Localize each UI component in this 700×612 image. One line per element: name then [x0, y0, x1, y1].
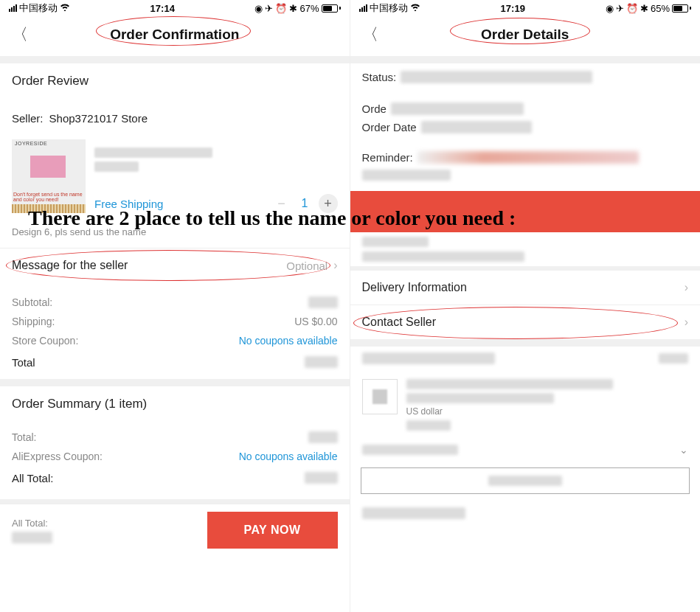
blurred-text: [659, 353, 688, 364]
thumb-note: Don't forget send us the name and color …: [13, 192, 84, 203]
seller-name: Shop3721017 Store: [49, 112, 148, 125]
seller-row: Seller: Shop3721017 Store: [0, 102, 350, 135]
contact-seller-label: Contact Seller: [362, 316, 437, 329]
action-button[interactable]: [361, 467, 690, 494]
page-title: Order Confirmation: [110, 27, 239, 43]
pay-bar: All Total: PAY NOW: [0, 504, 350, 556]
contact-seller-row[interactable]: Contact Seller ›: [350, 305, 701, 339]
page-title: Order Details: [481, 27, 569, 43]
blurred-value: [391, 102, 524, 115]
divider: [350, 339, 701, 347]
order-row: Orde: [350, 100, 701, 118]
blurred-text: [94, 161, 139, 172]
summary-title: Order Summary (1 item): [12, 397, 338, 411]
lock-icon: ◉: [254, 3, 263, 14]
delivery-info-row[interactable]: Delivery Information ›: [350, 271, 701, 305]
total-row: Total: [0, 350, 350, 379]
message-seller-label: Message for the seller: [12, 259, 128, 272]
back-button[interactable]: 〈: [362, 24, 378, 46]
order-item-row: US dollar: [350, 370, 701, 439]
blurred-text: [362, 507, 465, 519]
location-icon: ✈: [616, 3, 624, 14]
carrier-label: 中国移动: [370, 1, 408, 15]
blurred-text: [362, 237, 429, 247]
all-total-label: All Total:: [12, 472, 53, 484]
order-date-label: Order Date: [362, 121, 417, 133]
blurred-value: [308, 431, 338, 443]
order-review-section: Order Review: [0, 63, 350, 102]
bluetooth-icon: ✱: [289, 3, 297, 14]
reminder-row: Reminder:: [350, 148, 701, 167]
status-bar: 中国移动 17:19 ◉ ✈ ⏰ ✱ 65%: [350, 0, 701, 16]
chevron-down-icon[interactable]: ⌄: [679, 444, 688, 456]
bluetooth-icon: ✱: [640, 3, 648, 14]
back-button[interactable]: 〈: [12, 24, 28, 46]
all-total-row: All Total:: [12, 466, 338, 489]
blurred-value: [417, 151, 639, 164]
blurred-text: [406, 393, 554, 403]
ali-coupon-row[interactable]: AliExpress Coupon: No coupons available: [12, 447, 338, 466]
battery-pct: 67%: [299, 3, 319, 14]
product-thumb[interactable]: JOYRESIDE Don't forget send us the name …: [12, 139, 86, 213]
shipping-cost-label: Shipping:: [12, 316, 55, 327]
blurred-value: [421, 121, 532, 133]
store-coupon-row[interactable]: Store Coupon: No coupons available: [0, 331, 350, 350]
battery-pct: 65%: [651, 3, 670, 14]
blurred-text: [362, 352, 495, 364]
phone-order-confirmation: 中国移动 17:14 ◉ ✈ ⏰ ✱ 67% 〈 Order Confi: [0, 0, 350, 612]
thumb-brand: JOYRESIDE: [15, 141, 47, 146]
item-thumb[interactable]: [362, 379, 398, 414]
coupon-link: No coupons available: [239, 335, 338, 347]
ali-coupon-link: No coupons available: [239, 451, 338, 462]
chevron-right-icon: ›: [333, 259, 337, 272]
blurred-value: [308, 296, 338, 308]
location-icon: ✈: [265, 3, 273, 14]
blurred-text: [362, 251, 524, 262]
footer-all-total-label: All Total:: [12, 518, 198, 529]
message-seller-row[interactable]: Message for the seller Optional ›: [0, 248, 350, 282]
blurred-row: [350, 167, 701, 184]
clock: 17:19: [501, 3, 525, 14]
total-label: Total: [12, 356, 35, 369]
shipping-cost-value: US $0.00: [294, 316, 337, 327]
summary-total-row: Total:: [12, 428, 338, 447]
blurred-value: [362, 170, 451, 181]
blurred-text: [94, 147, 212, 158]
blurred-text: [406, 420, 451, 431]
blurred-text: [362, 445, 458, 455]
signal-icon: [9, 4, 17, 12]
battery-icon: [322, 4, 341, 13]
order-label: Orde: [362, 102, 387, 115]
status-label: Status:: [362, 71, 397, 83]
wifi-icon: [60, 3, 70, 13]
coupon-label: Store Coupon:: [12, 335, 78, 347]
signal-icon: [359, 4, 367, 12]
battery-icon: [672, 4, 691, 13]
phone-order-details: 中国移动 17:19 ◉ ✈ ⏰ ✱ 65% 〈 Order Details: [350, 0, 701, 612]
carrier-label: 中国移动: [19, 1, 58, 15]
shipping-row: Shipping: US $0.00: [0, 312, 350, 331]
delivery-label: Delivery Information: [362, 281, 467, 294]
blurred-value: [305, 356, 338, 368]
blurred-value: [305, 472, 338, 484]
status-bar: 中国移动 17:14 ◉ ✈ ⏰ ✱ 67%: [0, 0, 350, 16]
ali-coupon-label: AliExpress Coupon:: [12, 451, 103, 462]
nav-bar: 〈 Order Confirmation: [0, 16, 350, 56]
annotation-text: There are 2 place to tell us the name or…: [28, 206, 693, 230]
nav-bar: 〈 Order Details: [350, 16, 701, 56]
divider: [0, 56, 350, 63]
summary-total-label: Total:: [12, 431, 36, 443]
currency-note: US dollar: [406, 406, 689, 417]
pay-now-button[interactable]: PAY NOW: [207, 512, 338, 549]
blurred-value: [12, 532, 52, 543]
reminder-label: Reminder:: [362, 151, 413, 164]
chevron-right-icon: ›: [685, 281, 688, 294]
subtotal-row: Subtotal:: [0, 293, 350, 312]
chevron-right-icon: ›: [685, 316, 688, 329]
order-date-row: Order Date: [350, 118, 701, 136]
seller-label: Seller:: [12, 112, 44, 125]
blurred-value: [401, 71, 592, 83]
blurred-text: [488, 476, 562, 486]
divider: [0, 379, 350, 386]
order-review-title: Order Review: [12, 74, 338, 88]
